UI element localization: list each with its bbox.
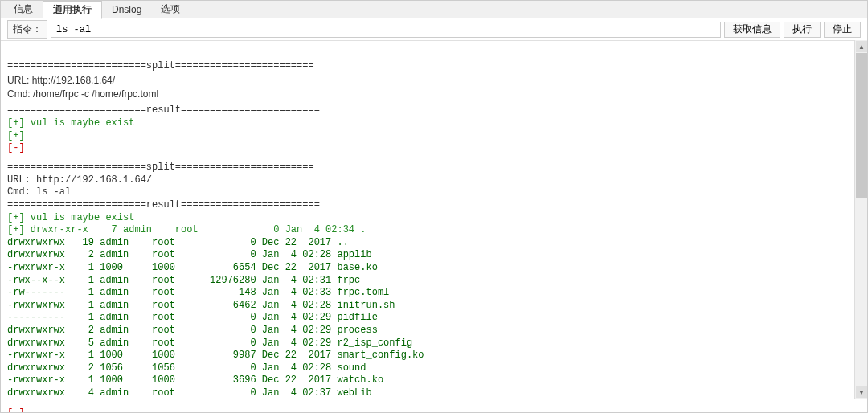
ls-row: -rwxrwxr-x 1 1000 1000 6654 Dec 22 2017 … [7, 262, 861, 275]
ls-row: drwxrwxrwx 4 admin root 0 Jan 4 02:37 we… [7, 387, 861, 400]
scroll-up-arrow[interactable]: ▲ [856, 41, 867, 52]
ls-output: drwxrwxrwx 19 admin root 0 Dec 22 2017 .… [7, 237, 861, 400]
scroll-down-arrow[interactable]: ▼ [856, 386, 867, 398]
tab-exec[interactable]: 通用执行 [43, 1, 102, 19]
cmd-line-2: Cmd: ls -al [7, 186, 861, 199]
ls-row: drwxrwxrwx 2 admin root 0 Jan 4 02:29 pr… [7, 325, 861, 337]
ls-row: -rwx--x--x 1 admin root 12976280 Jan 4 0… [7, 275, 861, 288]
result-divider-1: ========================result==========… [7, 104, 861, 116]
exec-button[interactable]: 执行 [784, 22, 821, 38]
tab-info[interactable]: 信息 [4, 1, 43, 18]
url-line-1: URL: http://192.168.1.64/ [7, 75, 861, 86]
ls-row: drwxrwxrwx 5 admin root 0 Jan 4 02:29 r2… [7, 337, 861, 350]
cmd-line-1: Cmd: /home/frpc -c /home/frpc.toml [7, 88, 861, 100]
vul-exist-2: [+] vul is maybe exist [7, 212, 861, 225]
command-input[interactable] [51, 22, 721, 38]
split-divider-2: ========================split===========… [7, 162, 861, 174]
url-line-2: URL: http://192.168.1.64/ [7, 174, 861, 187]
tab-options[interactable]: 选项 [151, 1, 190, 18]
tab-dnslog[interactable]: Dnslog [102, 2, 151, 17]
ls-row: -rwxrwxrwx 1 admin root 6462 Jan 4 02:28… [7, 300, 861, 313]
scrollbar-vertical[interactable]: ▲ ▼ [854, 40, 867, 399]
ls-row: ---------- 1 admin root 0 Jan 4 02:29 pi… [7, 312, 861, 325]
command-label: 指令： [7, 20, 47, 39]
ls-row: -rwxrwxr-x 1 1000 1000 3696 Dec 22 2017 … [7, 374, 861, 387]
tab-bar: 信息 通用执行 Dnslog 选项 [1, 1, 867, 18]
ls-row: drwxrwxrwx 19 admin root 0 Dec 22 2017 .… [7, 237, 861, 250]
ls-row: -rwxrwxr-x 1 1000 1000 9987 Dec 22 2017 … [7, 350, 861, 362]
output-pane: ========================split===========… [1, 41, 867, 412]
minus-marker-2: [-] [7, 407, 861, 412]
ls-header-line: [+] drwxr-xr-x 7 admin root 0 Jan 4 02:3… [7, 224, 861, 237]
ls-row: -rw------- 1 admin root 148 Jan 4 02:33 … [7, 287, 861, 300]
command-bar: 指令： 获取信息 执行 停止 [1, 18, 867, 41]
scrollbar-thumb[interactable] [856, 53, 867, 198]
ls-row: drwxrwxrwx 2 admin root 0 Jan 4 02:28 ap… [7, 249, 861, 262]
plus-marker-1: [+] [7, 130, 861, 143]
stop-button[interactable]: 停止 [824, 22, 861, 38]
minus-marker-1: [-] [7, 142, 861, 153]
split-divider-1: ========================split===========… [7, 60, 861, 72]
getinfo-button[interactable]: 获取信息 [724, 22, 780, 38]
ls-row: drwxrwxrwx 2 1056 1056 0 Jan 4 02:28 sou… [7, 362, 861, 375]
result-divider-2: ========================result==========… [7, 199, 861, 212]
vul-exist-1: [+] vul is maybe exist [7, 117, 861, 130]
